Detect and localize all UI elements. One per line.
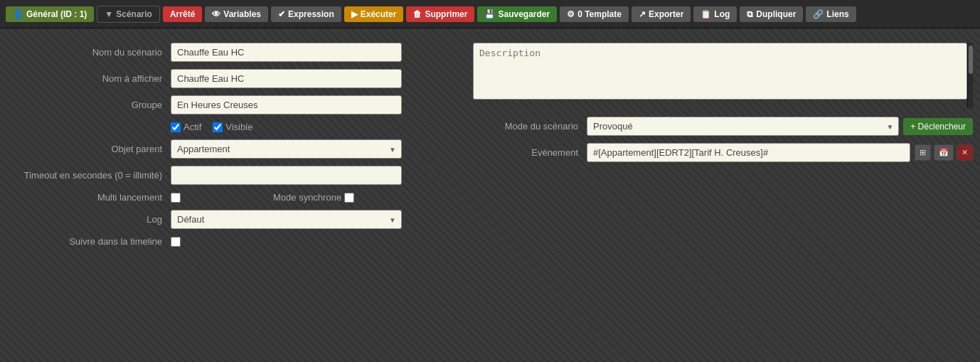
log-select[interactable]: Défaut Aucun Info Debug xyxy=(171,210,402,229)
executer-button[interactable]: ▶ Exécuter xyxy=(344,6,404,22)
mode-scenario-select[interactable]: Provoqué Programmé Déclenché xyxy=(587,117,899,136)
link-icon: 🔗 xyxy=(813,9,824,19)
template-button[interactable]: ⚙ 0 Template xyxy=(560,6,629,22)
play-icon: ▶ xyxy=(351,9,358,19)
toolbar: 👤 Général (ID : 1) ▼ Scénario Arrêté 👁 V… xyxy=(0,0,980,28)
groupe-row: Groupe xyxy=(14,95,455,115)
declencheur-button[interactable]: + Déclencheur xyxy=(903,118,973,135)
multi-lancement-label: Multi lancement xyxy=(14,192,171,203)
left-panel: Nom du scénario Nom à afficher Groupe Ac… xyxy=(0,36,469,355)
objet-parent-label: Objet parent xyxy=(14,144,171,154)
variables-button[interactable]: 👁 Variables xyxy=(205,6,268,22)
nom-scenario-row: Nom du scénario xyxy=(14,43,455,62)
nom-afficher-row: Nom à afficher xyxy=(14,69,455,88)
nom-afficher-input[interactable] xyxy=(171,69,402,88)
nom-afficher-label: Nom à afficher xyxy=(14,73,171,84)
objet-parent-select[interactable]: Appartement xyxy=(171,139,402,159)
event-table-icon-button[interactable]: ⊞ xyxy=(915,144,931,161)
event-calendar-icon-button[interactable]: 📅 xyxy=(934,144,954,161)
visible-checkbox[interactable] xyxy=(213,122,223,132)
evenement-input[interactable] xyxy=(587,143,910,162)
evenement-row: Evénement ⊞ 📅 ✕ xyxy=(473,143,973,162)
description-container xyxy=(473,43,973,108)
scenario-button[interactable]: ▼ Scénario xyxy=(97,6,160,23)
evenement-input-wrapper xyxy=(587,143,910,162)
template-icon: ⚙ xyxy=(567,9,575,19)
filter-icon: ▼ xyxy=(105,9,113,19)
trash-icon: 🗑 xyxy=(413,9,422,19)
description-textarea[interactable] xyxy=(473,43,967,100)
mode-scenario-select-wrapper: Provoqué Programmé Déclenché xyxy=(587,117,899,136)
mode-synchrone-checkbox[interactable] xyxy=(344,193,354,203)
check-icon: ✔ xyxy=(278,9,285,19)
exporter-button[interactable]: ↗ Exporter xyxy=(632,6,691,22)
suivre-label: Suivre dans la timeline xyxy=(14,236,171,247)
description-scrollbar-thumb xyxy=(969,46,973,74)
groupe-input[interactable] xyxy=(171,95,402,115)
log-icon: 📋 xyxy=(701,9,711,19)
copy-icon: ⧉ xyxy=(747,9,753,19)
suivre-checkbox[interactable] xyxy=(171,237,181,247)
multi-row: Multi lancement Mode synchrone xyxy=(14,192,455,203)
multi-lancement-checkbox[interactable] xyxy=(171,193,181,203)
log-select-wrapper: Défaut Aucun Info Debug xyxy=(171,210,402,229)
mode-scenario-label: Mode du scénario xyxy=(473,121,587,132)
description-scrollbar[interactable] xyxy=(967,43,973,108)
timeout-label: Timeout en secondes (0 = illimité) xyxy=(14,170,171,181)
log-label: Log xyxy=(14,214,171,225)
eye-icon: 👁 xyxy=(212,9,220,19)
sauvegarder-button[interactable]: 💾 Sauvegarder xyxy=(477,6,557,22)
general-button[interactable]: 👤 Général (ID : 1) xyxy=(6,6,94,22)
mode-synchrone-label: Mode synchrone xyxy=(273,192,341,203)
visible-label[interactable]: Visible xyxy=(213,122,252,132)
person-icon: 👤 xyxy=(13,9,23,19)
event-remove-icon-button[interactable]: ✕ xyxy=(957,144,973,161)
objet-parent-select-wrapper: Appartement xyxy=(171,139,402,159)
expression-button[interactable]: ✔ Expression xyxy=(271,6,341,22)
mode-scenario-row: Mode du scénario Provoqué Programmé Décl… xyxy=(473,117,973,136)
nom-scenario-label: Nom du scénario xyxy=(14,47,171,58)
actif-visible-row: Actif Visible xyxy=(14,122,455,132)
timeout-input[interactable] xyxy=(171,166,402,185)
event-icons-group: ⊞ 📅 ✕ xyxy=(915,144,973,161)
evenement-label: Evénement xyxy=(473,147,587,158)
actif-checkbox[interactable] xyxy=(171,122,181,132)
actif-label[interactable]: Actif xyxy=(171,122,201,132)
log-button[interactable]: 📋 Log xyxy=(693,6,737,22)
objet-parent-row: Objet parent Appartement xyxy=(14,139,455,159)
liens-button[interactable]: 🔗 Liens xyxy=(806,6,856,22)
dupliquer-button[interactable]: ⧉ Dupliquer xyxy=(740,6,803,22)
groupe-label: Groupe xyxy=(14,100,171,110)
nom-scenario-input[interactable] xyxy=(171,43,402,62)
main-content: Nom du scénario Nom à afficher Groupe Ac… xyxy=(0,28,980,362)
save-icon: 💾 xyxy=(484,9,495,19)
arrete-button[interactable]: Arrêté xyxy=(163,6,202,22)
log-row: Log Défaut Aucun Info Debug xyxy=(14,210,455,229)
suivre-row: Suivre dans la timeline xyxy=(14,236,455,247)
supprimer-button[interactable]: 🗑 Supprimer xyxy=(406,6,474,22)
timeout-row: Timeout en secondes (0 = illimité) xyxy=(14,166,455,185)
right-panel: Mode du scénario Provoqué Programmé Décl… xyxy=(469,36,980,355)
export-icon: ↗ xyxy=(639,9,646,19)
